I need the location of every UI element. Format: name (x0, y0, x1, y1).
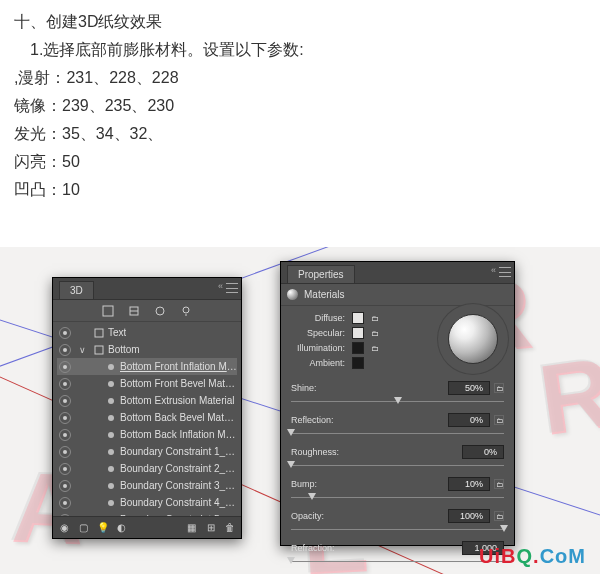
slider-label: Opacity: (291, 511, 324, 521)
visibility-eye-icon[interactable] (59, 361, 71, 373)
texture-menu-icon[interactable]: 🗀 (369, 313, 380, 324)
svg-point-4 (183, 307, 189, 313)
panel-3d-tree[interactable]: Text∨BottomBottom Front Inflation Mate..… (53, 322, 241, 530)
slider-thumb[interactable] (500, 525, 508, 532)
texture-menu-icon[interactable]: 🗀 (369, 328, 380, 339)
filter-mesh-icon[interactable] (127, 304, 141, 318)
tree-row[interactable]: Text (57, 324, 237, 341)
visibility-eye-icon[interactable] (59, 446, 71, 458)
slider-row: Bump:10%🗀 (291, 477, 504, 503)
svg-point-15 (108, 483, 114, 489)
material-preview-sphere[interactable] (448, 314, 498, 364)
svg-point-10 (108, 398, 114, 404)
footer-icon[interactable]: ▢ (78, 522, 89, 533)
texture-menu-icon[interactable]: 🗀 (494, 383, 504, 393)
slider-thumb[interactable] (287, 461, 295, 468)
visibility-eye-icon[interactable] (59, 429, 71, 441)
slider-thumb[interactable] (394, 397, 402, 404)
panel-menu-icon[interactable] (499, 267, 511, 277)
visibility-eye-icon[interactable] (59, 344, 71, 356)
texture-menu-icon[interactable]: 🗀 (494, 479, 504, 489)
tree-row[interactable]: Bottom Extrusion Material (57, 392, 237, 409)
trash-icon[interactable]: 🗑 (224, 522, 235, 533)
tree-row[interactable]: Bottom Front Inflation Mate... (57, 358, 237, 375)
material-icon (105, 395, 116, 406)
visibility-eye-icon[interactable] (59, 412, 71, 424)
slider-value-input[interactable]: 100% (448, 509, 490, 523)
filter-material-icon[interactable] (153, 304, 167, 318)
tree-row[interactable]: ∨Bottom (57, 341, 237, 358)
svg-point-13 (108, 449, 114, 455)
slider-track[interactable] (291, 557, 504, 567)
visibility-eye-icon[interactable] (59, 327, 71, 339)
texture-menu-icon[interactable]: 🗀 (494, 511, 504, 521)
footer-icon[interactable]: ◐ (116, 522, 127, 533)
slider-value-input[interactable]: 50% (448, 381, 490, 395)
tree-row[interactable]: Bottom Back Bevel Material (57, 409, 237, 426)
param-illumination: 发光：35、34、32、 (14, 120, 586, 148)
tab-3d[interactable]: 3D (59, 281, 94, 299)
mesh-icon (93, 327, 104, 338)
properties-section-header: Materials (281, 284, 514, 306)
slider-track[interactable] (291, 493, 504, 503)
step-line: 1.选择底部前膨胀材料。设置以下参数: (14, 36, 586, 64)
slider-track[interactable] (291, 397, 504, 407)
slider-track[interactable] (291, 461, 504, 471)
svg-point-8 (108, 364, 114, 370)
visibility-eye-icon[interactable] (59, 378, 71, 390)
filter-light-icon[interactable] (179, 304, 193, 318)
tree-row[interactable]: Boundary Constraint 2_Bott... (57, 460, 237, 477)
visibility-eye-icon[interactable] (59, 395, 71, 407)
slider-value-input[interactable]: 0% (448, 413, 490, 427)
slider-track[interactable] (291, 429, 504, 439)
visibility-eye-icon[interactable] (59, 497, 71, 509)
footer-light-icon[interactable]: 💡 (97, 522, 108, 533)
param-bump: 凹凸：10 (14, 176, 586, 204)
slider-value-input[interactable]: 10% (448, 477, 490, 491)
param-specular: 镜像：239、235、230 (14, 92, 586, 120)
panel-menu-icon[interactable] (226, 283, 238, 293)
slider-thumb[interactable] (287, 557, 295, 564)
panel-3d-toolbar (53, 300, 241, 322)
slider-value-input[interactable]: 0% (462, 445, 504, 459)
material-icon (105, 497, 116, 508)
panel-tab-bar: 3D « (53, 278, 241, 300)
new-icon[interactable]: ⊞ (205, 522, 216, 533)
tree-row[interactable]: Boundary Constraint 4_Bott... (57, 494, 237, 511)
slider-label: Refraction: (291, 543, 335, 553)
visibility-eye-icon[interactable] (59, 463, 71, 475)
footer-icon[interactable]: ◉ (59, 522, 70, 533)
slider-track[interactable] (291, 525, 504, 535)
tab-properties[interactable]: Properties (287, 265, 355, 283)
svg-rect-6 (95, 329, 103, 337)
ambient-swatch[interactable] (352, 357, 364, 369)
material-icon (105, 412, 116, 423)
render-icon[interactable]: ▦ (186, 522, 197, 533)
tree-row[interactable]: Bottom Back Inflation Mate... (57, 426, 237, 443)
visibility-eye-icon[interactable] (59, 480, 71, 492)
collapse-icon[interactable]: « (491, 265, 496, 275)
filter-scene-icon[interactable] (101, 304, 115, 318)
slider-thumb[interactable] (308, 493, 316, 500)
diffuse-swatch[interactable] (352, 312, 364, 324)
label-specular: Specular: (291, 328, 349, 338)
material-icon (105, 446, 116, 457)
slider-thumb[interactable] (287, 429, 295, 436)
specular-swatch[interactable] (352, 327, 364, 339)
collapse-icon[interactable]: « (218, 281, 223, 291)
materials-icon (287, 289, 298, 300)
tree-row[interactable]: Boundary Constraint 3_Bott... (57, 477, 237, 494)
panel-3d[interactable]: 3D « Text∨BottomBottom Front Inflation M… (52, 277, 242, 539)
tree-row[interactable]: Bottom Front Bevel Material (57, 375, 237, 392)
panel-3d-footer: ◉ ▢ 💡 ◐ ▦ ⊞ 🗑 (53, 516, 241, 538)
label-illumination: Illumination: (291, 343, 349, 353)
tree-row[interactable]: Boundary Constraint 1_Bott... (57, 443, 237, 460)
disclosure-icon[interactable]: ∨ (79, 345, 89, 355)
texture-menu-icon[interactable]: 🗀 (494, 415, 504, 425)
tree-label: Bottom Front Bevel Material (120, 378, 237, 389)
texture-menu-icon[interactable]: 🗀 (369, 343, 380, 354)
panel-properties[interactable]: Properties « Materials Diffuse: 🗀 Specul… (280, 261, 515, 546)
slider-row: Roughness:0% (291, 445, 504, 471)
illumination-swatch[interactable] (352, 342, 364, 354)
material-icon (105, 463, 116, 474)
